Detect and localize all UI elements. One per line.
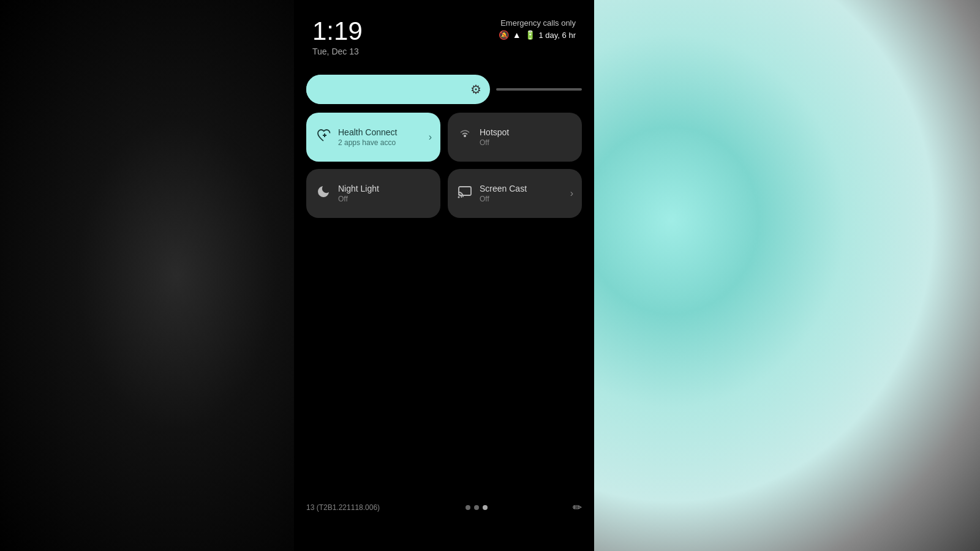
page-dots (466, 505, 488, 510)
health-connect-arrow: › (429, 132, 432, 143)
dot-1 (466, 505, 470, 510)
brightness-fill (306, 75, 413, 104)
right-background (594, 0, 980, 551)
date: Tue, Dec 13 (312, 47, 363, 56)
svg-point-0 (464, 135, 466, 137)
tile-health-connect[interactable]: Health Connect 2 apps have acco › (306, 113, 440, 162)
tile-screen-cast[interactable]: Screen Cast Off › (448, 169, 582, 218)
health-connect-text: Health Connect 2 apps have acco (338, 127, 431, 147)
brightness-track-right (496, 88, 582, 91)
hotspot-text: Hotspot Off (480, 127, 572, 147)
build-number: 13 (T2B1.221118.006) (306, 503, 380, 512)
clock: 1:19 (312, 18, 363, 44)
svg-rect-1 (459, 187, 471, 195)
hotspot-subtitle: Off (480, 138, 572, 147)
screen-cast-subtitle: Off (480, 195, 572, 203)
night-light-title: Night Light (338, 184, 431, 193)
night-light-icon (316, 184, 331, 203)
dot-3 (483, 505, 488, 510)
screen-cast-arrow: › (570, 188, 573, 199)
night-light-text: Night Light Off (338, 184, 431, 203)
screen-cast-text: Screen Cast Off (480, 184, 572, 203)
svg-point-2 (458, 197, 460, 198)
brightness-slider[interactable]: ⚙ (306, 75, 490, 104)
hotspot-icon (458, 128, 472, 146)
status-icons: 🔕 ▲ 🔋 1 day, 6 hr (499, 30, 576, 40)
tile-night-light[interactable]: Night Light Off (306, 169, 440, 218)
brightness-row[interactable]: ⚙ (306, 75, 582, 104)
health-connect-subtitle: 2 apps have acco (338, 138, 412, 147)
status-bar: 1:19 Tue, Dec 13 Emergency calls only 🔕 … (306, 0, 582, 69)
health-connect-icon (316, 128, 331, 146)
edit-icon[interactable]: ✏ (573, 501, 582, 514)
bottom-bar: 13 (T2B1.221118.006) ✏ (306, 501, 582, 514)
battery-label: 1 day, 6 hr (539, 31, 576, 40)
wifi-icon: ▲ (513, 30, 521, 40)
left-background (0, 0, 294, 551)
tile-hotspot[interactable]: Hotspot Off (448, 113, 582, 162)
quick-settings-panel: 1:19 Tue, Dec 13 Emergency calls only 🔕 … (294, 0, 594, 551)
night-light-subtitle: Off (338, 195, 431, 203)
screen-cast-title: Screen Cast (480, 184, 572, 193)
emergency-text: Emergency calls only (500, 18, 576, 28)
hotspot-title: Hotspot (480, 127, 572, 137)
mute-icon: 🔕 (499, 30, 509, 40)
dot-2 (474, 505, 479, 510)
brightness-icon: ⚙ (470, 82, 481, 97)
battery-icon: 🔋 (525, 30, 535, 40)
screen-cast-icon (458, 184, 472, 203)
status-right: Emergency calls only 🔕 ▲ 🔋 1 day, 6 hr (499, 18, 576, 40)
health-connect-title: Health Connect (338, 127, 431, 137)
quick-tiles-grid: Health Connect 2 apps have acco › Hotspo… (306, 113, 582, 218)
time-date: 1:19 Tue, Dec 13 (312, 18, 363, 56)
